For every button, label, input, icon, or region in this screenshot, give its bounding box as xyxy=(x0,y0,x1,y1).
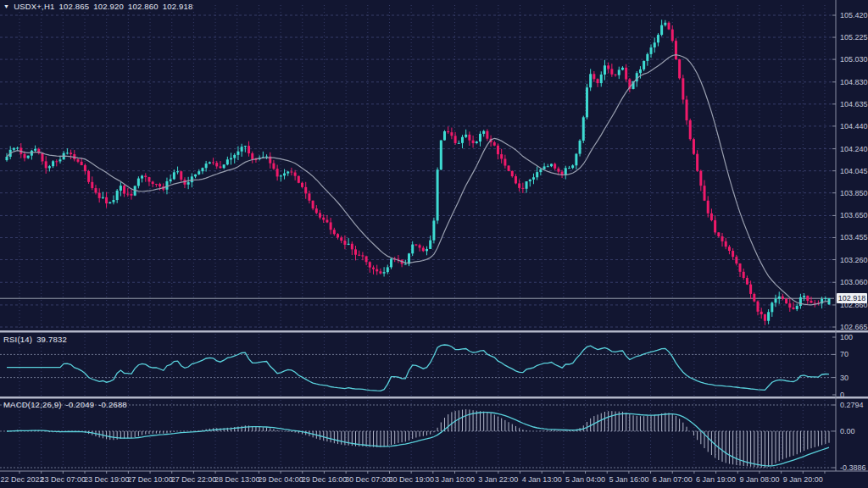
candle-body xyxy=(589,74,592,87)
candle-body xyxy=(450,132,453,136)
candle-body xyxy=(102,197,104,198)
candle-body xyxy=(70,152,72,154)
candle-body xyxy=(301,183,303,187)
candle-body xyxy=(87,171,90,182)
candle-body xyxy=(419,245,421,247)
candle-body xyxy=(48,166,51,168)
candle-body xyxy=(348,244,350,245)
candle-body xyxy=(600,75,603,83)
candle-body xyxy=(704,186,706,201)
candle-body xyxy=(582,117,585,141)
rsi-label-bar: RSI(14) 39.7832 xyxy=(3,335,67,344)
candle-body xyxy=(223,164,225,168)
price-axis-label: 104.635 xyxy=(840,100,868,108)
candle-body xyxy=(315,208,318,213)
candle-body xyxy=(543,166,546,169)
chart-window: 105.420105.225105.030104.830104.635104.4… xyxy=(0,0,868,488)
candle-body xyxy=(675,41,677,59)
candle-body xyxy=(283,174,286,176)
candle-body xyxy=(639,69,642,73)
candle-body xyxy=(529,180,531,181)
candle-body xyxy=(233,155,236,158)
candle-body xyxy=(465,135,467,137)
candle-body xyxy=(390,258,392,267)
candle-body xyxy=(671,30,674,42)
candle-body xyxy=(621,68,624,70)
macd-signal-line xyxy=(7,413,829,466)
candle-body xyxy=(500,154,503,158)
candle-body xyxy=(205,164,208,168)
time-axis-label: 28 Dec 13:00 xyxy=(214,475,260,484)
candle-body xyxy=(521,188,524,189)
candle-body xyxy=(764,314,766,321)
candle-body xyxy=(615,75,617,75)
candle-body xyxy=(41,152,43,161)
candle-body xyxy=(429,241,431,249)
candle-body xyxy=(668,23,670,30)
time-axis-label: 23 Dec 07:00 xyxy=(41,475,86,484)
candle-body xyxy=(176,171,179,172)
candle-body xyxy=(241,147,243,152)
candle-body xyxy=(130,194,132,196)
macd-axis-label: -0.3886 xyxy=(840,463,866,472)
candle-body xyxy=(814,303,816,304)
macd-signal-value: -0.2688 xyxy=(98,400,127,409)
candle-body xyxy=(337,234,339,237)
candle-body xyxy=(340,237,342,241)
pane-separator[interactable] xyxy=(0,396,868,399)
price-axis-label: 103.060 xyxy=(840,278,868,286)
candle-body xyxy=(725,241,727,247)
time-axis-label: 6 Jan 19:00 xyxy=(696,475,736,484)
candle-body xyxy=(159,184,161,186)
candle-body xyxy=(383,272,386,273)
candle-body xyxy=(771,302,773,312)
rsi-layer xyxy=(7,345,829,391)
candle-body xyxy=(735,257,737,263)
candle-body xyxy=(550,164,553,166)
candle-body xyxy=(743,272,745,278)
time-axis-label: 9 Jan 08:00 xyxy=(739,475,779,484)
rsi-axis-label: 0 xyxy=(840,391,844,399)
time-axis-label: 30 Dec 07:00 xyxy=(345,475,391,484)
candle-body xyxy=(126,194,129,195)
candle-body xyxy=(116,191,119,200)
candle-body xyxy=(180,171,182,180)
time-axis-label: 5 Jan 04:00 xyxy=(565,475,605,484)
candle-body xyxy=(173,172,175,179)
symbol-info-bar: ▼ USDX+,H1 102.865 102.920 102.860 102.9… xyxy=(3,2,192,11)
candle-body xyxy=(508,166,510,171)
candle-body xyxy=(137,179,140,186)
chart-canvas[interactable]: 105.420105.225105.030104.830104.635104.4… xyxy=(0,0,868,488)
time-axis-label: 3 Jan 22:00 xyxy=(478,475,518,484)
candle-body xyxy=(778,297,781,299)
candle-body xyxy=(739,263,742,272)
macd-main-value: -0.2049 xyxy=(66,400,95,409)
candle-body xyxy=(187,182,190,185)
pane-separator[interactable] xyxy=(0,330,868,333)
time-axis-label: 27 Dec 22:00 xyxy=(171,475,217,484)
symbol-dropdown-icon[interactable]: ▼ xyxy=(3,3,9,9)
rsi-indicator-name: RSI(14) xyxy=(3,335,32,344)
candle-body xyxy=(717,232,720,236)
time-axis-label: 29 Dec 04:00 xyxy=(258,475,303,484)
candle-body xyxy=(219,166,221,168)
time-axis-label: 4 Jan 13:00 xyxy=(522,475,562,484)
candle-body xyxy=(664,23,666,25)
macd-indicator-name: MACD(12,26,9) xyxy=(3,400,62,409)
candle-body xyxy=(27,156,30,158)
candle-body xyxy=(212,162,214,163)
candle-body xyxy=(91,182,93,188)
candle-body xyxy=(767,312,770,320)
price-axis-label: 103.850 xyxy=(840,189,868,197)
candle-body xyxy=(55,161,58,162)
candle-body xyxy=(443,131,446,141)
candle-body xyxy=(486,131,488,139)
candle-body xyxy=(618,69,620,75)
candle-body xyxy=(607,65,609,69)
candle-body xyxy=(105,197,108,203)
candle-body xyxy=(593,74,595,79)
candle-body xyxy=(426,249,428,251)
candle-body xyxy=(147,177,150,181)
candle-body xyxy=(511,171,514,176)
candle-body xyxy=(757,302,760,312)
